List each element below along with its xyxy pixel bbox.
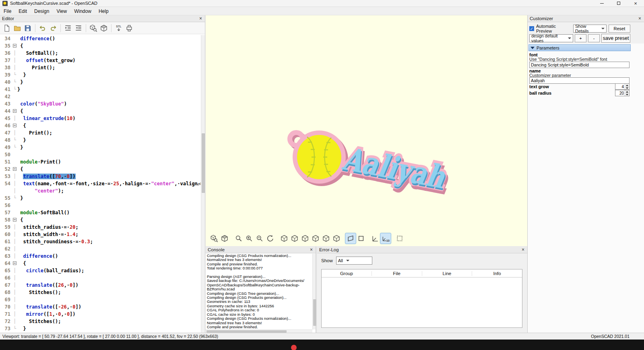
reset-view-button[interactable] <box>265 233 275 244</box>
code-line[interactable]: 56 <box>0 202 201 209</box>
view-all-button[interactable] <box>233 233 244 244</box>
code-line[interactable]: 41└} <box>0 86 201 93</box>
add-preset-button[interactable]: + <box>575 34 586 42</box>
code-line[interactable]: 39└ } <box>0 71 201 79</box>
export-stl-button[interactable] <box>114 23 124 33</box>
code-line[interactable]: 59│ stitch_radius·=·20; <box>0 224 201 231</box>
code-line[interactable]: 72│ Stitches(); <box>0 318 201 325</box>
code-line-wrap[interactable]: │ "center"); <box>0 187 201 195</box>
code-line[interactable]: 43 color("SkyBlue") <box>0 100 201 108</box>
ball-radius-down-button[interactable] <box>625 93 629 96</box>
code-line[interactable]: 54│ text(name,·font·=·font,·size·=·25,·h… <box>0 180 201 187</box>
view-left-button[interactable] <box>310 233 321 244</box>
preset-dropdown[interactable]: design default values <box>529 34 573 42</box>
code-line[interactable]: 61│ stitch_roundiness·=·0.3; <box>0 238 201 245</box>
code-line[interactable]: 73└ } <box>0 325 201 332</box>
reset-button[interactable]: Reset <box>609 25 630 33</box>
view-back-button[interactable] <box>331 233 342 244</box>
code-line[interactable]: 34 difference() <box>0 35 201 42</box>
view-crosshairs-button[interactable] <box>394 233 405 244</box>
fold-marker[interactable]: − <box>12 166 17 173</box>
code-line[interactable]: 68│ Stitches(); <box>0 289 201 296</box>
editor-scrollbar-thumb[interactable] <box>202 133 205 193</box>
menu-item-view[interactable]: View <box>53 8 70 15</box>
param-ball-radius-input[interactable] <box>615 90 625 96</box>
perspective-button[interactable] <box>345 233 356 244</box>
code-line[interactable]: 44− { <box>0 108 201 115</box>
code-line[interactable]: 46− { <box>0 122 201 129</box>
text-grow-down-button[interactable] <box>625 87 629 89</box>
show-axes-button[interactable] <box>370 233 380 244</box>
console-vscrollbar-thumb[interactable] <box>313 299 316 326</box>
code-line[interactable]: 48└ } <box>0 137 201 144</box>
menu-item-file[interactable]: File <box>0 8 15 15</box>
parameters-section-header[interactable]: Parameters <box>528 44 631 51</box>
code-line[interactable]: 35− { <box>0 42 201 50</box>
customizer-close-button[interactable]: × <box>638 16 642 21</box>
menu-item-help[interactable]: Help <box>95 8 112 15</box>
code-line[interactable]: 45│ linear_extrude(10) <box>0 115 201 122</box>
code-line[interactable]: 42 <box>0 93 201 100</box>
menu-item-window[interactable]: Window <box>70 8 95 15</box>
param-font-input[interactable] <box>529 62 630 68</box>
code-line[interactable]: 65│ circle(ball_radius); <box>0 267 201 274</box>
code-line[interactable]: 38│ Print(); <box>0 64 201 71</box>
new-file-button[interactable] <box>2 23 12 33</box>
code-line[interactable]: 71│ mirror([1,·0,·0]) <box>0 311 201 318</box>
code-line[interactable]: 55└ } <box>0 195 201 202</box>
code-line[interactable]: 58− { <box>0 216 201 224</box>
view-bottom-button[interactable] <box>300 233 310 244</box>
view-right-button[interactable] <box>279 233 289 244</box>
unindent-button[interactable] <box>73 23 84 33</box>
errorlog-close-button[interactable]: × <box>521 247 525 252</box>
fold-marker[interactable]: − <box>12 108 17 115</box>
code-line[interactable]: 63│ difference() <box>0 253 201 260</box>
fold-marker[interactable]: − <box>12 216 17 224</box>
param-text-grow-input[interactable] <box>615 84 625 89</box>
code-line[interactable]: 37│ offset(text_grow) <box>0 57 201 64</box>
param-name-input[interactable] <box>529 77 630 84</box>
menu-item-design[interactable]: Design <box>31 8 53 15</box>
ball-radius-up-button[interactable] <box>625 90 629 93</box>
automatic-preview-checkbox[interactable]: ✓ <box>529 26 534 31</box>
undo-button[interactable] <box>37 23 48 33</box>
code-line[interactable]: 53│ translate([70,·0]) <box>0 173 201 180</box>
fold-marker[interactable]: − <box>12 42 17 50</box>
preview-button[interactable] <box>209 233 219 244</box>
code-line[interactable]: 47│ Print(); <box>0 129 201 137</box>
code-line[interactable]: 52− { <box>0 166 201 173</box>
code-line[interactable]: 49└ } <box>0 144 201 151</box>
render-button[interactable] <box>99 23 109 33</box>
code-line[interactable]: 62│ <box>0 245 201 253</box>
code-editor[interactable]: 34 difference()35− {36│ SoftBall();37│ o… <box>0 35 201 333</box>
show-details-dropdown[interactable]: Show Details <box>573 25 607 33</box>
show-scale-markers-button[interactable] <box>380 233 391 244</box>
code-line[interactable]: 69│ <box>0 296 201 303</box>
editor-close-button[interactable]: × <box>198 16 203 21</box>
save-preset-button[interactable]: save preset <box>601 34 630 43</box>
console-close-button[interactable]: × <box>309 247 314 252</box>
minimize-button[interactable] <box>593 0 610 7</box>
console-vscrollbar[interactable] <box>312 254 316 329</box>
code-line[interactable]: 67│ translate([26,·0]) <box>0 282 201 289</box>
3d-viewport[interactable]: Aaliyah Aaliyah Aaliyah Aaliyah <box>206 15 527 246</box>
code-line[interactable]: 60│ stitch_width·=·1.4; <box>0 231 201 238</box>
code-line[interactable]: 66│ <box>0 274 201 282</box>
code-line[interactable]: 51 module·Print() <box>0 158 201 166</box>
remove-preset-button[interactable]: - <box>588 34 600 42</box>
text-grow-up-button[interactable] <box>625 84 629 87</box>
errorlog-filter-dropdown[interactable]: All <box>336 257 372 265</box>
view-front-button[interactable] <box>321 233 331 244</box>
editor-scrollbar[interactable] <box>201 35 205 333</box>
maximize-button[interactable] <box>610 0 627 7</box>
redo-button[interactable] <box>48 23 58 33</box>
code-line[interactable]: 57 module·SoftBall() <box>0 209 201 216</box>
orthogonal-button[interactable] <box>356 233 366 244</box>
print-3d-button[interactable] <box>124 23 134 33</box>
fold-marker[interactable]: − <box>12 260 17 267</box>
save-file-button[interactable] <box>23 23 33 33</box>
view-top-button[interactable] <box>289 233 300 244</box>
indent-button[interactable] <box>63 23 73 33</box>
code-line[interactable]: 50 <box>0 151 201 158</box>
code-line[interactable]: 36│ SoftBall(); <box>0 50 201 57</box>
